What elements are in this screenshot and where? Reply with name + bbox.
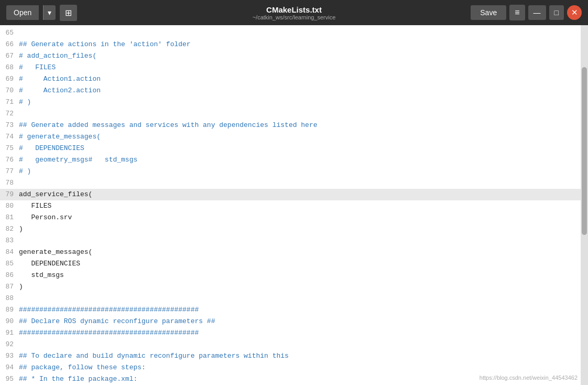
- titlebar: Open ▾ ⊞ CMakeLists.txt ~/catkin_ws/src/…: [0, 0, 588, 25]
- line-number: 67: [0, 50, 19, 62]
- line-number: 77: [0, 166, 19, 177]
- maximize-button[interactable]: □: [549, 5, 564, 20]
- line-number: 78: [0, 177, 19, 189]
- open-button[interactable]: Open: [6, 5, 39, 20]
- line-number: 79: [0, 189, 19, 200]
- code-line: 69# Action1.action: [0, 73, 581, 85]
- open-arrow-button[interactable]: ▾: [43, 5, 56, 20]
- line-content: ## Declare ROS dynamic reconfigure param…: [19, 316, 215, 327]
- line-number: 86: [0, 270, 19, 281]
- scrollbar[interactable]: [581, 25, 588, 385]
- line-number: 76: [0, 154, 19, 166]
- line-content: ########################################…: [19, 327, 199, 339]
- line-number: 69: [0, 73, 19, 85]
- line-content: DEPENDENCIES: [19, 258, 80, 270]
- code-line: 93## To declare and build dynamic reconf…: [0, 350, 581, 362]
- line-number: 95: [0, 373, 19, 385]
- line-number: 84: [0, 247, 19, 258]
- code-line: 70# Action2.action: [0, 85, 581, 97]
- line-number: 88: [0, 293, 19, 304]
- code-line: 66## Generate actions in the 'action' fo…: [0, 39, 581, 50]
- code-line: 87): [0, 281, 581, 293]
- line-content: ########################################…: [19, 304, 199, 316]
- code-line: 76# geometry_msgs# std_msgs: [0, 154, 581, 166]
- line-number: 71: [0, 97, 19, 108]
- code-line: 83: [0, 235, 581, 247]
- add-tab-button[interactable]: ⊞: [60, 5, 77, 21]
- line-content: ## To declare and build dynamic reconfig…: [19, 350, 289, 362]
- line-number: 83: [0, 235, 19, 247]
- code-line: 89######################################…: [0, 304, 581, 316]
- line-number: 93: [0, 350, 19, 362]
- window-controls: Save ≡ — □ ✕: [471, 5, 582, 20]
- code-line: 77# ): [0, 166, 581, 177]
- line-number: 85: [0, 258, 19, 270]
- window-title: CMakeLists.txt ~/catkin_ws/src/learning_…: [253, 5, 336, 20]
- code-line: 91######################################…: [0, 327, 581, 339]
- line-content: # DEPENDENCIES: [19, 143, 84, 154]
- line-number: 87: [0, 281, 19, 293]
- code-line: 92: [0, 339, 581, 350]
- code-line: 73## Generate added messages and service…: [0, 120, 581, 131]
- editor-area: 6566## Generate actions in the 'action' …: [0, 25, 588, 385]
- code-line: 79add_service_files(: [0, 189, 581, 200]
- line-number: 70: [0, 85, 19, 97]
- watermark: https://blog.csdn.net/weixin_44543462: [480, 375, 578, 381]
- code-line: 72: [0, 108, 581, 120]
- line-content: # ): [19, 166, 31, 177]
- code-line: 65: [0, 27, 581, 39]
- line-content: # add_action_files(: [19, 50, 96, 62]
- line-number: 75: [0, 143, 19, 154]
- close-button[interactable]: ✕: [567, 5, 582, 20]
- code-line: 82): [0, 223, 581, 235]
- line-number: 94: [0, 362, 19, 373]
- code-line: 78: [0, 177, 581, 189]
- code-line: 94## package, follow these steps:: [0, 362, 581, 373]
- code-line: 71# ): [0, 97, 581, 108]
- file-name: CMakeLists.txt: [253, 5, 336, 14]
- menu-button[interactable]: ≡: [509, 5, 525, 20]
- line-number: 92: [0, 339, 19, 350]
- line-content: generate_messages(: [19, 247, 92, 258]
- code-line: 88: [0, 293, 581, 304]
- code-line: 81 Person.srv: [0, 212, 581, 223]
- line-content: ): [19, 281, 23, 293]
- line-number: 81: [0, 212, 19, 223]
- scrollbar-thumb[interactable]: [582, 67, 587, 235]
- line-number: 89: [0, 304, 19, 316]
- line-content: # ): [19, 97, 31, 108]
- code-line: 74# generate_messages(: [0, 131, 581, 143]
- line-number: 68: [0, 62, 19, 73]
- line-number: 73: [0, 120, 19, 131]
- line-number: 82: [0, 223, 19, 235]
- line-content: ## Generate added messages and services …: [19, 120, 318, 131]
- line-number: 65: [0, 27, 19, 39]
- line-content: ## * In the file package.xml:: [19, 373, 137, 385]
- line-number: 90: [0, 316, 19, 327]
- line-content: # generate_messages(: [19, 131, 101, 143]
- line-content: # geometry_msgs# std_msgs: [19, 154, 137, 166]
- save-button[interactable]: Save: [471, 5, 506, 20]
- line-number: 72: [0, 108, 19, 120]
- code-line: 75# DEPENDENCIES: [0, 143, 581, 154]
- line-content: Person.srv: [19, 212, 72, 223]
- minimize-button[interactable]: —: [528, 5, 546, 20]
- line-content: # FILES: [19, 62, 56, 73]
- line-content: FILES: [19, 200, 51, 212]
- code-line: 68# FILES: [0, 62, 581, 73]
- line-content: ): [19, 223, 23, 235]
- code-line: 80 FILES: [0, 200, 581, 212]
- code-line: 86 std_msgs: [0, 270, 581, 281]
- line-content: ## package, follow these steps:: [19, 362, 146, 373]
- line-content: add_service_files(: [19, 189, 92, 200]
- code-line: 90## Declare ROS dynamic reconfigure par…: [0, 316, 581, 327]
- code-view[interactable]: 6566## Generate actions in the 'action' …: [0, 25, 581, 385]
- code-line: 85 DEPENDENCIES: [0, 258, 581, 270]
- line-content: # Action1.action: [19, 73, 101, 85]
- file-path: ~/catkin_ws/src/learning_service: [253, 14, 336, 20]
- line-content: ## Generate actions in the 'action' fold…: [19, 39, 191, 50]
- line-number: 91: [0, 327, 19, 339]
- line-number: 66: [0, 39, 19, 50]
- line-number: 80: [0, 200, 19, 212]
- line-number: 74: [0, 131, 19, 143]
